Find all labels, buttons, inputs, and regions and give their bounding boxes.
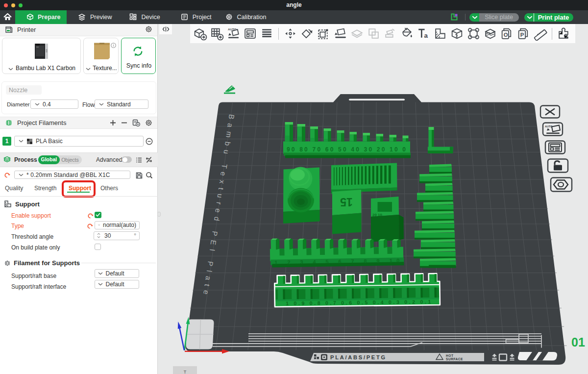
svg-text:PLA/ABS/PETG: PLA/ABS/PETG <box>330 354 387 360</box>
svg-text:01: 01 <box>571 335 585 349</box>
svg-text:15: 15 <box>340 195 353 208</box>
svg-text:HOT: HOT <box>446 353 453 357</box>
svg-text:SURFACE: SURFACE <box>446 357 463 361</box>
